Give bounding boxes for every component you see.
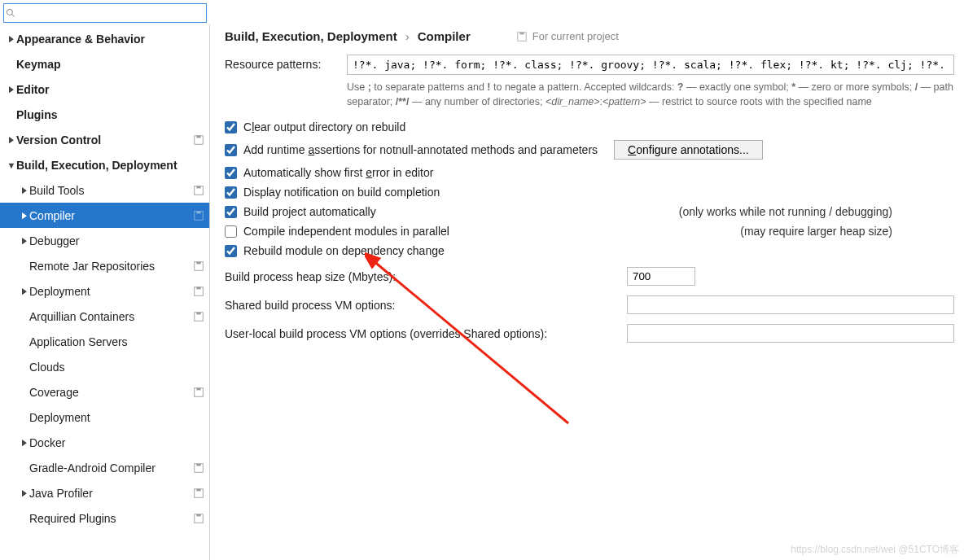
sidebar-item-required-plugins[interactable]: Required Plugins (0, 505, 209, 531)
chevron-right-icon: ▶ (21, 235, 28, 246)
project-scope-icon (193, 260, 204, 272)
svg-line-1 (12, 15, 15, 17)
svg-rect-13 (196, 312, 200, 314)
resource-patterns-input[interactable] (347, 55, 954, 75)
sidebar-item-version-control[interactable]: ▶Version Control (0, 127, 209, 152)
chevron-right-icon: ▶ (21, 210, 28, 221)
search-icon (6, 8, 15, 18)
project-scope-icon (516, 31, 528, 42)
shared-vm-label: Shared build process VM options: (225, 299, 627, 312)
svg-rect-21 (196, 514, 200, 516)
breadcrumb-a: Build, Execution, Deployment (225, 29, 397, 43)
chevron-right-icon: ▶ (8, 84, 15, 94)
sidebar-item-debugger[interactable]: ▶Debugger (0, 228, 209, 253)
show-first-error-checkbox[interactable] (225, 167, 237, 179)
chevron-right-icon: ▶ (21, 437, 28, 448)
sidebar-item-label: Build, Execution, Deployment (16, 159, 204, 172)
project-scope-icon (193, 513, 204, 524)
display-notification-label: Display notification on build completion (243, 186, 440, 199)
configure-annotations-button[interactable]: Configure annotations... (614, 140, 763, 160)
sidebar-item-label: Compiler (29, 209, 193, 222)
sidebar-item-plugins[interactable]: Plugins (0, 102, 209, 127)
sidebar-item-label: Arquillian Containers (29, 310, 193, 323)
shared-vm-input[interactable] (627, 295, 954, 314)
svg-rect-11 (196, 287, 200, 289)
scope-label: For current project (516, 30, 619, 42)
breadcrumb-b: Compiler (418, 29, 471, 43)
sidebar-item-label: Coverage (29, 386, 193, 399)
sidebar-item-label: Clouds (29, 361, 204, 374)
sidebar-item-label: Remote Jar Repositories (29, 260, 193, 273)
sidebar-item-editor[interactable]: ▶Editor (0, 77, 209, 102)
sidebar-item-deployment[interactable]: ▶Deployment (0, 278, 209, 304)
rebuild-dep-label: Rebuild module on dependency change (243, 244, 445, 257)
heap-size-input[interactable] (627, 267, 695, 286)
settings-tree: ▶Appearance & BehaviorKeymap▶EditorPlugi… (0, 24, 210, 560)
sidebar-item-deployment[interactable]: Deployment (0, 405, 209, 430)
sidebar-item-label: Gradle-Android Compiler (29, 462, 193, 475)
sidebar-item-application-servers[interactable]: Application Servers (0, 329, 209, 354)
sidebar-item-arquillian-containers[interactable]: Arquillian Containers (0, 304, 209, 329)
svg-rect-23 (519, 32, 524, 34)
svg-point-0 (7, 10, 13, 15)
compile-parallel-checkbox[interactable] (225, 225, 237, 238)
sidebar-item-build-tools[interactable]: ▶Build Tools (0, 177, 209, 203)
svg-rect-15 (196, 387, 200, 390)
chevron-right-icon: ▶ (8, 134, 15, 145)
breadcrumb: Build, Execution, Deployment › Compiler (225, 29, 471, 43)
sidebar-item-label: Required Plugins (29, 512, 193, 525)
sidebar-item-label: Deployment (29, 285, 193, 298)
sidebar-item-compiler[interactable]: ▶Compiler (0, 203, 209, 228)
sidebar-item-label: Plugins (16, 108, 204, 121)
sidebar-item-label: Build Tools (29, 184, 193, 197)
project-scope-icon (193, 462, 204, 474)
sidebar-item-label: Deployment (29, 411, 204, 424)
display-notification-checkbox[interactable] (225, 186, 237, 199)
project-scope-icon (193, 185, 204, 196)
show-first-error-label: Automatically show first error in editor (243, 166, 433, 179)
sidebar-item-remote-jar-repositories[interactable]: Remote Jar Repositories (0, 253, 209, 278)
user-vm-label: User-local build process VM options (ove… (225, 327, 627, 340)
compile-parallel-note: (may require larger heap size) (724, 225, 892, 238)
sidebar-item-gradle-android-compiler[interactable]: Gradle-Android Compiler (0, 455, 209, 480)
sidebar-item-build-execution-deployment[interactable]: ▼Build, Execution, Deployment (0, 152, 209, 177)
search-input-wrap[interactable] (3, 3, 207, 23)
build-auto-checkbox[interactable] (225, 206, 237, 218)
sidebar-item-label: Version Control (16, 133, 193, 147)
compile-parallel-label: Compile independent modules in parallel (243, 225, 449, 238)
chevron-right-icon: ▶ (8, 33, 15, 44)
sidebar-item-clouds[interactable]: Clouds (0, 354, 209, 379)
project-scope-icon (193, 286, 204, 297)
build-auto-label: Build project automatically (243, 205, 376, 218)
runtime-assertions-label: Add runtime assertions for notnull-annot… (243, 143, 598, 156)
sidebar-item-label: Appearance & Behavior (16, 33, 204, 46)
resource-patterns-hint: Use ; to separate patterns and ! to nega… (347, 80, 954, 109)
svg-rect-17 (196, 463, 200, 466)
resource-patterns-label: Resource patterns: (225, 55, 347, 71)
svg-rect-7 (196, 211, 200, 213)
sidebar-item-coverage[interactable]: Coverage (0, 379, 209, 405)
sidebar-item-docker[interactable]: ▶Docker (0, 430, 209, 455)
chevron-down-icon: ▼ (7, 160, 16, 170)
clear-output-checkbox[interactable] (225, 121, 237, 133)
sidebar-item-label: Editor (16, 83, 204, 96)
breadcrumb-sep: › (405, 29, 410, 43)
project-scope-icon (193, 134, 204, 146)
runtime-assertions-checkbox[interactable] (225, 144, 237, 156)
sidebar-item-label: Keymap (16, 58, 204, 71)
sidebar-item-label: Debugger (29, 234, 204, 247)
chevron-right-icon: ▶ (21, 488, 28, 498)
sidebar-item-java-profiler[interactable]: ▶Java Profiler (0, 480, 209, 505)
sidebar-item-label: Application Servers (29, 335, 204, 348)
clear-output-label: Clear output directory on rebuild (243, 120, 405, 133)
sidebar-item-appearance-behavior[interactable]: ▶Appearance & Behavior (0, 26, 209, 51)
svg-rect-19 (196, 488, 200, 491)
svg-rect-3 (196, 135, 200, 138)
sidebar-item-keymap[interactable]: Keymap (0, 51, 209, 77)
sidebar-item-label: Java Profiler (29, 487, 193, 500)
chevron-right-icon: ▶ (21, 185, 28, 195)
user-vm-input[interactable] (627, 324, 954, 343)
search-input[interactable] (17, 7, 206, 20)
rebuild-dep-checkbox[interactable] (225, 245, 237, 257)
svg-rect-9 (196, 261, 200, 264)
